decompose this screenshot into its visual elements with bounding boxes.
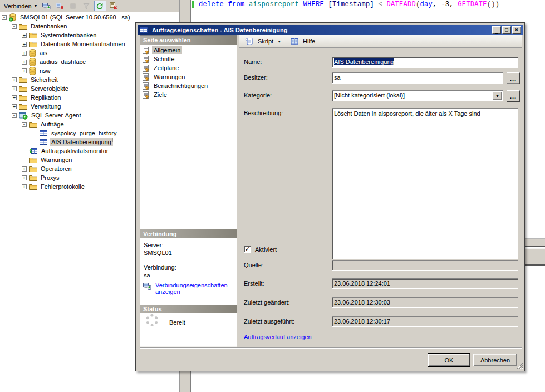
page-item[interactable]: Warnungen (140, 72, 237, 81)
connection-label: Verbindung: (144, 264, 176, 271)
page-item-label: Zeitpläne (152, 64, 180, 72)
disconnect-button[interactable] (54, 1, 66, 11)
job-properties-dialog: Auftragseigenschaften - AIS Datenbereini… (135, 22, 525, 371)
connection-icon (143, 282, 151, 290)
expand-expander[interactable]: + (12, 104, 17, 109)
page-item[interactable]: Allgemein (140, 46, 237, 55)
collapse-expander[interactable]: - (12, 113, 17, 118)
category-dropdown[interactable]: [Nicht kategorisiert (lokal)] ▼ (332, 90, 503, 101)
agent-icon (19, 111, 28, 120)
select-page-header: Seite auswählen (140, 36, 237, 45)
tree-item-label: Operatoren (39, 165, 73, 173)
owner-input[interactable]: sa (332, 72, 503, 84)
page-item[interactable]: Benachrichtigungen (140, 81, 237, 90)
expand-expander[interactable]: + (22, 42, 27, 47)
chevron-down-icon: ▼ (34, 4, 38, 8)
minimize-button[interactable]: _ (492, 26, 501, 34)
tree-item-label: Proxys (39, 174, 61, 182)
expand-expander[interactable]: + (22, 51, 27, 56)
expand-expander[interactable]: + (22, 175, 27, 180)
database-icon (29, 58, 36, 66)
expand-expander[interactable]: + (12, 95, 17, 100)
folder-icon (19, 102, 27, 110)
page-item[interactable]: Schritte (140, 55, 237, 63)
tree-item-label: nsw (38, 67, 52, 75)
collapse-expander[interactable]: - (22, 122, 27, 127)
expand-expander[interactable]: + (12, 77, 17, 82)
close-button[interactable]: × (512, 26, 521, 34)
filter-button (81, 1, 93, 11)
folder-icon (29, 40, 37, 48)
object-explorer-toolbar: Verbinden ▼ (0, 0, 179, 12)
background-pane-edge (524, 248, 545, 266)
page-item-label: Allgemein (152, 46, 182, 54)
folder-icon (29, 183, 37, 190)
description-textarea[interactable]: Löscht Daten in aisposreport, die älter … (332, 108, 518, 259)
ok-button[interactable]: OK (428, 354, 470, 366)
maximize-button[interactable]: □ (502, 26, 511, 34)
expand-expander[interactable]: + (22, 60, 27, 65)
dialog-titlebar[interactable]: Auftragseigenschaften - AIS Datenbereini… (138, 24, 523, 35)
dialog-title: Auftragseigenschaften - AIS Datenbereini… (152, 27, 492, 33)
dropdown-arrow-icon[interactable]: ▼ (493, 91, 502, 100)
expand-expander[interactable]: + (22, 166, 27, 171)
database-icon (29, 67, 36, 75)
page-item[interactable]: Zeitpläne (140, 63, 237, 72)
page-icon (142, 82, 150, 90)
server-value: SMSQL01 (144, 249, 172, 256)
folder-icon (29, 156, 37, 164)
created-field: 23.06.2018 12:24:01 (332, 278, 518, 289)
job-history-link[interactable]: Auftragsverlauf anzeigen (244, 334, 312, 340)
expand-expander[interactable]: + (22, 33, 27, 38)
cancel-button[interactable]: Abbrechen (473, 354, 517, 366)
expand-expander[interactable]: + (22, 184, 27, 189)
category-label: Kategorie: (244, 92, 272, 99)
tree-item-label: ais (38, 49, 49, 57)
chevron-down-icon: ▼ (277, 40, 281, 43)
enabled-checkbox[interactable]: ✓ (244, 246, 251, 253)
executed-label: Zuletzt ausgeführt: (244, 318, 294, 325)
script-error-button[interactable] (107, 1, 120, 11)
page-icon (142, 91, 150, 99)
pages-list: AllgemeinSchritteZeitpläneWarnungenBenac… (140, 46, 237, 99)
job-icon (139, 26, 148, 34)
owner-browse-button[interactable]: ... (507, 72, 520, 84)
tree-item-label: AIS Datenbereinigung (50, 138, 113, 146)
collapse-expander[interactable]: - (12, 24, 17, 29)
folder-icon (29, 174, 37, 182)
modified-field: 23.06.2018 12:30:03 (332, 297, 518, 308)
background-pane-edge (524, 238, 545, 247)
resize-grip[interactable] (516, 362, 523, 370)
tree-item-label: Datenbank-Momentaufnahmen (39, 40, 127, 48)
dialog-toolbar: Skript ▼ Hilfe (239, 35, 522, 48)
window-controls: _ □ × (492, 26, 521, 34)
refresh-button[interactable] (94, 1, 106, 11)
change-tracking-bar (192, 1, 194, 8)
tree-item[interactable]: -SMSQL01 (SQL Server 10.50.6560 - sa) (0, 13, 179, 22)
source-label: Quelle: (244, 262, 263, 268)
page-icon (142, 55, 150, 63)
enabled-label: Aktiviert (255, 246, 277, 253)
progress-spinner-icon (146, 314, 158, 326)
collapse-expander[interactable]: - (2, 15, 7, 20)
toolbar-buttons (40, 1, 120, 11)
sql-line: delete from aisposreport WHERE [Timestam… (199, 1, 499, 8)
script-button[interactable]: Skript ▼ (243, 36, 283, 47)
expand-expander[interactable]: + (22, 68, 27, 74)
modified-label: Zuletzt geändert: (244, 299, 290, 306)
name-input[interactable]: AIS Datenbereinigung (332, 57, 518, 68)
connect-dropdown-button[interactable]: Verbinden ▼ (1, 2, 40, 11)
expand-expander[interactable]: + (12, 86, 17, 91)
disconnect-icon (55, 2, 64, 10)
view-connection-properties-link[interactable]: Verbindungseigenschaften anzeigen (143, 282, 232, 295)
help-button[interactable]: Hilfe (288, 36, 317, 47)
stop-icon (69, 2, 77, 10)
page-item[interactable]: Ziele (140, 90, 237, 99)
folder-icon (19, 22, 27, 30)
script-label: Skript (258, 38, 273, 45)
tree-item-label: Sicherheit (29, 76, 60, 84)
category-browse-button[interactable]: ... (507, 90, 520, 102)
connect-button[interactable] (41, 1, 53, 11)
page-item-label: Benachrichtigungen (152, 82, 209, 90)
expander-placeholder (32, 131, 37, 136)
